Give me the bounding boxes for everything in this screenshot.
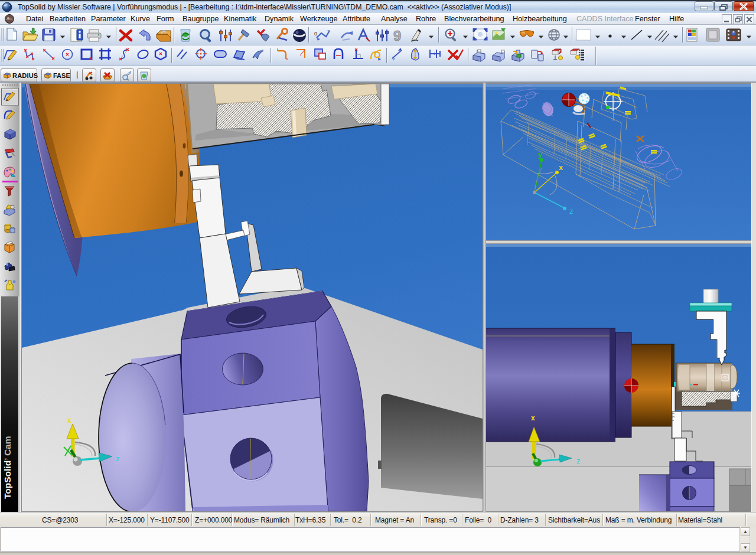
svg-text:z: z	[576, 456, 581, 465]
svg-text:9: 9	[393, 28, 401, 44]
svg-text:x: x	[531, 414, 535, 422]
svg-text:y: y	[538, 150, 543, 159]
svg-text:x: x	[67, 416, 71, 425]
svg-text:TopSolid’ Cam: TopSolid’ Cam	[2, 436, 12, 499]
svg-text:x: x	[559, 163, 563, 172]
svg-text:z: z	[569, 207, 573, 216]
svg-text:z: z	[116, 454, 120, 463]
svg-text:0: 0	[314, 31, 317, 37]
